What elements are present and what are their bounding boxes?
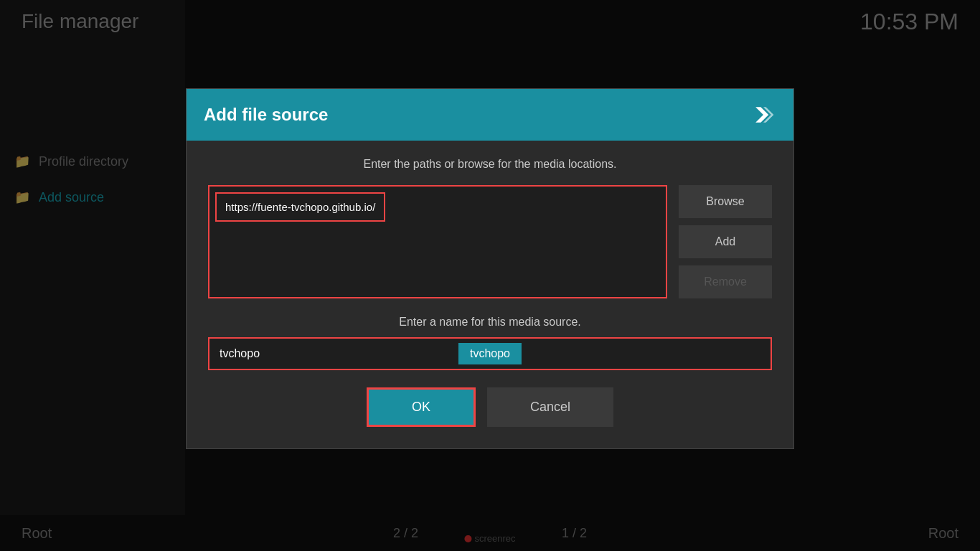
source-url-text: https://fuente-tvchopo.github.io/	[225, 201, 375, 213]
modal-header: Add file source	[187, 89, 793, 141]
add-file-source-dialog: Add file source Enter the paths or brows…	[186, 88, 794, 449]
name-value-display: tvchopo	[458, 343, 522, 364]
modal-body: Enter the paths or browse for the media …	[187, 141, 793, 448]
modal-overlay: Add file source Enter the paths or brows…	[0, 0, 980, 551]
name-section: Enter a name for this media source. tvch…	[208, 316, 772, 370]
modal-subtitle: Enter the paths or browse for the media …	[208, 158, 772, 171]
source-list-area[interactable]: https://fuente-tvchopo.github.io/	[208, 185, 667, 298]
remove-button[interactable]: Remove	[679, 265, 772, 298]
modal-title: Add file source	[204, 105, 328, 125]
source-url-item[interactable]: https://fuente-tvchopo.github.io/	[215, 192, 385, 222]
ok-button[interactable]: OK	[367, 387, 476, 427]
cancel-button[interactable]: Cancel	[487, 387, 613, 427]
source-section: https://fuente-tvchopo.github.io/ Browse…	[208, 185, 772, 298]
browse-button[interactable]: Browse	[679, 185, 772, 218]
kodi-logo	[750, 102, 776, 128]
action-buttons: OK Cancel	[208, 387, 772, 427]
name-subtitle: Enter a name for this media source.	[208, 316, 772, 329]
name-input-wrapper: tvchopo	[208, 337, 772, 370]
add-button[interactable]: Add	[679, 225, 772, 258]
source-buttons: Browse Add Remove	[679, 185, 772, 298]
